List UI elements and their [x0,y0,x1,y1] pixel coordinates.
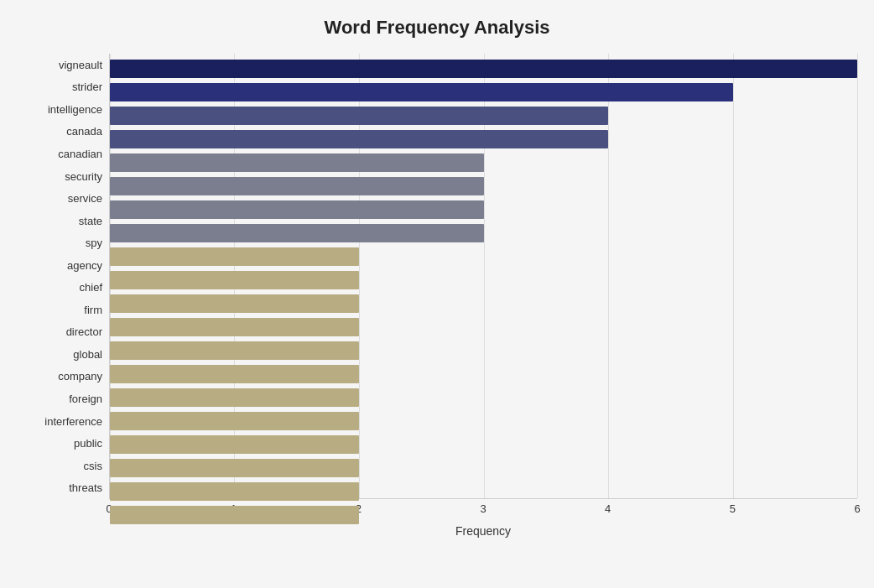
bar [110,200,484,219]
y-label: company [58,366,102,388]
bar-row [110,339,857,362]
bar [110,83,733,101]
grid-line [857,54,858,498]
bar [110,459,359,477]
bar-row [110,174,857,198]
bar-row [110,81,857,104]
y-label: public [74,432,102,455]
y-label: spy [86,232,102,254]
bar-row [110,315,857,339]
y-label: strider [72,76,102,99]
bar [110,412,359,430]
y-label: global [73,343,102,366]
bar-row [110,268,857,292]
bar-row [110,409,857,433]
bar-row [110,386,857,409]
y-label: canada [66,121,102,143]
bar [110,388,359,407]
chart-container: Word Frequency Analysis vigneaultstrider… [0,0,874,588]
bar [110,341,359,360]
bar-row [110,198,857,221]
bar-row [110,245,857,268]
bar-row [110,104,857,127]
y-label: threats [69,476,102,499]
bar [110,60,857,78]
bar-row [110,127,857,151]
bar [110,318,359,336]
bar [110,482,359,501]
bar [110,130,608,148]
bar [110,294,359,313]
y-label: canadian [58,143,102,165]
bar [110,224,484,242]
y-label: security [65,165,102,188]
bar [110,107,608,125]
y-label: director [66,321,102,344]
plot-area [109,54,857,499]
y-label: csis [84,455,102,477]
bar-row [110,480,857,503]
y-label: vigneault [59,54,102,76]
bar [110,154,484,172]
y-label: interference [44,410,102,433]
bar [110,506,359,524]
y-axis: vigneaultstriderintelligencecanadacanadi… [17,54,109,499]
bar-row [110,362,857,386]
bar [110,365,359,383]
bar-row [110,151,857,174]
bar [110,271,359,289]
bar-row [110,456,857,480]
y-label: service [68,187,102,210]
y-label: agency [67,254,102,277]
y-label: state [79,210,102,232]
chart-title: Word Frequency Analysis [17,17,857,39]
y-label: firm [84,299,102,321]
bar [110,435,359,454]
bar-row [110,221,857,245]
bar-row [110,292,857,315]
y-label: intelligence [48,98,102,121]
bar-row [110,503,857,527]
bar [110,247,359,266]
y-label: foreign [69,388,102,410]
y-label: chief [80,276,102,299]
bar-row [110,433,857,456]
bars-container [110,54,857,530]
bar-row [110,57,857,81]
bar [110,177,484,195]
